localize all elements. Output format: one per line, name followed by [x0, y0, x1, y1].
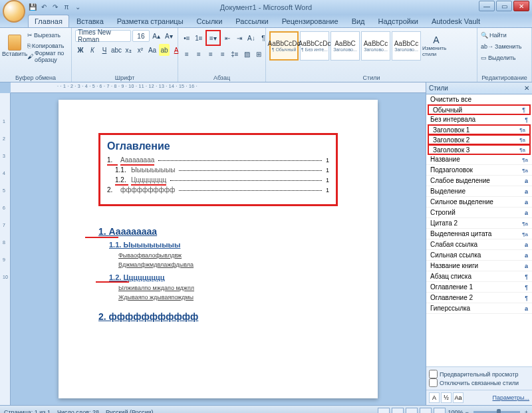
style-item[interactable]: Оглавление 1 [426, 282, 532, 293]
heading[interactable]: 2. ффффффффффф [98, 311, 338, 322]
style-item[interactable]: Заголовок 3 [428, 144, 531, 155]
style-item[interactable]: Слабая ссылка [426, 239, 532, 250]
tab-autodesk-vault[interactable]: Autodesk Vault [426, 15, 486, 27]
document-page[interactable]: Оглавление 1.Ааааааааа11.1.Ыыыыыыыыы11.2… [59, 100, 378, 398]
style-item[interactable]: Сильная ссылка [426, 250, 532, 261]
style-item[interactable]: Выделенная цитата [426, 229, 532, 239]
style-item[interactable]: Гиперссылка [426, 303, 532, 314]
language-indicator[interactable]: Русский (Россия) [106, 409, 153, 414]
change-case-button[interactable]: Aa [147, 44, 158, 56]
zoom-in-button[interactable]: + [525, 409, 528, 414]
numbering-button[interactable]: 1≡ [194, 32, 204, 44]
toc-entry[interactable]: 1.2.Ццццццццц1 [107, 176, 329, 184]
bold-button[interactable]: Ж [75, 44, 86, 56]
tab-вставка[interactable]: Вставка [70, 15, 110, 27]
web-layout-view[interactable] [406, 408, 418, 414]
pi-icon[interactable]: π [62, 2, 71, 11]
vertical-ruler[interactable] [0, 93, 11, 405]
preview-checkbox[interactable]: Предварительный просмотр [429, 370, 529, 378]
styles-pane-close-icon[interactable]: ✕ [524, 84, 529, 92]
format-painter-button[interactable]: 🖌 Формат по образцу [27, 52, 68, 62]
select-button[interactable]: ▭ Выделить [481, 53, 528, 63]
word-count[interactable]: Число слов: 28 [57, 409, 99, 414]
style-item[interactable]: Название [426, 154, 532, 165]
style-inspector-button[interactable]: ½ [441, 392, 452, 403]
cut-button[interactable]: ✂ Вырезать [27, 31, 68, 41]
tab-разметка-страницы[interactable]: Разметка страницы [111, 15, 190, 27]
save-icon[interactable]: 💾 [28, 2, 37, 11]
style-item[interactable]: Подзаголовок [426, 165, 532, 176]
paste-button[interactable]: Вставить [3, 30, 26, 62]
italic-button[interactable]: К [87, 44, 98, 56]
multilevel-list-button[interactable]: ≡▾ [207, 32, 219, 44]
tab-рецензирование[interactable]: Рецензирование [276, 15, 344, 27]
undo-icon[interactable]: ↶ [39, 2, 49, 11]
tab-главная[interactable]: Главная [28, 15, 69, 27]
draft-view[interactable] [434, 408, 446, 414]
style-tile[interactable]: AaBbCЗаголово... [331, 31, 360, 61]
highlight-button[interactable]: ab [159, 44, 170, 56]
borders-button[interactable]: ⊞ [253, 48, 264, 60]
page-indicator[interactable]: Страница: 1 из 1 [4, 409, 51, 414]
toc-entry[interactable]: 2.фффффффффф1 [107, 186, 329, 194]
font-name-combo[interactable]: Times New Roman [75, 30, 131, 42]
disable-linked-checkbox[interactable]: Отключить связанные стили [429, 378, 529, 387]
styles-list[interactable]: Очистить всеОбычныйБез интервалаЗаголово… [426, 94, 532, 366]
outline-view[interactable] [420, 408, 432, 414]
decrease-indent-button[interactable]: ⇤ [222, 32, 233, 44]
style-tile[interactable]: AaBbCcЗаголово... [392, 31, 421, 61]
style-item[interactable]: Выделение [426, 186, 532, 197]
find-button[interactable]: 🔍 Найти [481, 30, 528, 40]
style-item[interactable]: Очистить все [426, 94, 532, 105]
shrink-font-icon[interactable]: A▾ [163, 30, 174, 42]
horizontal-ruler[interactable] [11, 82, 426, 93]
toc-entry[interactable]: 1.Ааааааааа1 [107, 156, 329, 164]
align-right-button[interactable]: ≡ [205, 48, 216, 60]
tab-рассылки[interactable]: Рассылки [229, 15, 274, 27]
align-left-button[interactable]: ≡ [182, 48, 192, 60]
heading[interactable]: 1.1. Ыыыыыыыыы [109, 241, 338, 249]
tab-надстройки[interactable]: Надстройки [372, 15, 424, 27]
heading[interactable]: 1.2. Ццццццццц [109, 273, 338, 281]
style-item[interactable]: Строгий [426, 207, 532, 218]
align-center-button[interactable]: ≡ [194, 48, 204, 60]
tab-вид[interactable]: Вид [346, 15, 371, 27]
print-layout-view[interactable] [378, 408, 390, 414]
zoom-out-button[interactable]: − [465, 409, 468, 414]
style-tile[interactable]: AaBbCcDc¶ Без инте... [300, 31, 329, 61]
style-item[interactable]: Заголовок 1 [428, 124, 531, 135]
change-styles-button[interactable]: AИзменить стили [422, 30, 450, 62]
style-item[interactable]: Цитата 2 [426, 218, 532, 229]
justify-button[interactable]: ≡ [217, 48, 228, 60]
maximize-button[interactable]: ▭ [496, 1, 512, 11]
body-text[interactable]: Ждываяпо ждываяпождмы [118, 293, 338, 303]
style-item[interactable]: Оглавление 2 [426, 293, 532, 303]
expand-icon[interactable]: ⌄ [73, 2, 82, 11]
heading[interactable]: 1. Ааааааааа [98, 226, 338, 237]
sort-button[interactable]: A↓ [246, 32, 257, 44]
style-options-link[interactable]: Параметры... [493, 394, 529, 401]
style-item[interactable]: Заголовок 2 [428, 134, 531, 145]
style-item[interactable]: Абзац списка [426, 271, 532, 282]
zoom-slider[interactable] [473, 411, 520, 414]
line-spacing-button[interactable]: ‡≡ [229, 48, 240, 60]
shading-button[interactable]: ▨ [241, 48, 252, 60]
manage-styles-button[interactable]: Aa [453, 392, 464, 403]
body-text[interactable]: Вджмалфжмдвлажфдывла [118, 261, 338, 270]
style-item[interactable]: Без интервала [426, 114, 532, 125]
style-tile[interactable]: AaBbCcDc¶ Обычный [269, 31, 299, 61]
style-item[interactable]: Слабое выделение [426, 176, 532, 186]
style-item[interactable]: Сильное выделение [426, 197, 532, 207]
redo-icon[interactable]: ↷ [51, 2, 60, 11]
tab-ссылки[interactable]: Ссылки [191, 15, 229, 27]
grow-font-icon[interactable]: A▴ [151, 30, 162, 42]
zoom-level[interactable]: 100% [448, 409, 463, 414]
style-item[interactable]: Обычный [428, 104, 531, 115]
toc-entry[interactable]: 1.1.Ыыыыыыыыы1 [107, 166, 329, 174]
bullets-button[interactable]: •≡ [182, 32, 192, 44]
style-tile[interactable]: AaBbCcЗаголово... [361, 31, 390, 61]
body-text[interactable]: Фываофвалофывлдвж [118, 251, 338, 261]
subscript-button[interactable]: x₂ [123, 44, 134, 56]
superscript-button[interactable]: x² [135, 44, 146, 56]
body-text[interactable]: Ылживалпо мждапо мджпл [118, 284, 338, 293]
